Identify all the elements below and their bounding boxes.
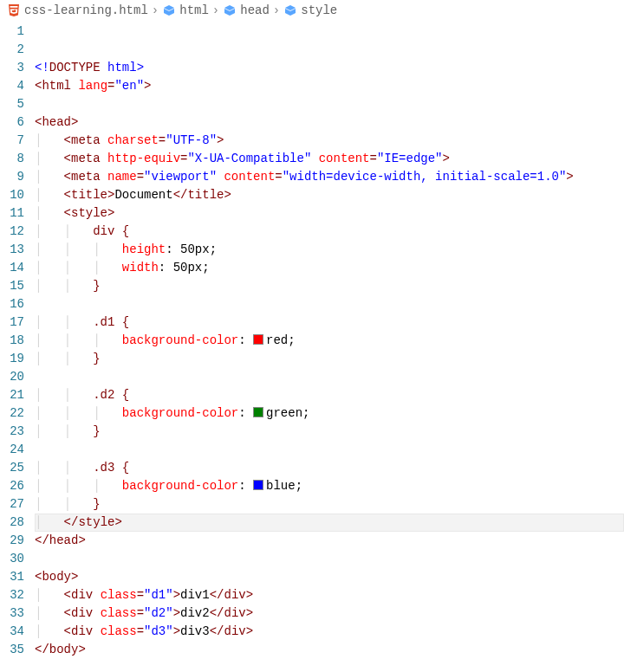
breadcrumb-style-label: style — [301, 3, 337, 17]
code-line[interactable]: <body> — [35, 568, 624, 586]
line-number: 35 — [0, 641, 24, 659]
code-line[interactable]: │ │ div { — [35, 223, 624, 241]
code-line[interactable]: │ │ │ background-color: red; — [35, 332, 624, 350]
code-line[interactable]: <!DOCTYPE html> — [35, 59, 624, 77]
line-number: 7 — [0, 132, 24, 150]
line-number: 9 — [0, 168, 24, 186]
code-line[interactable]: </body> — [35, 641, 624, 659]
line-number: 17 — [0, 313, 24, 332]
line-number: 3 — [0, 59, 24, 77]
line-number: 6 — [0, 113, 24, 132]
code-line[interactable]: │ <div class="d3">div3</div> — [35, 623, 624, 641]
line-number: 34 — [0, 623, 24, 641]
chevron-right-icon: › — [212, 3, 219, 17]
code-line[interactable]: │ │ } — [35, 423, 624, 441]
breadcrumb-file[interactable]: css-learning.html — [7, 3, 148, 17]
code-line[interactable] — [35, 295, 624, 313]
code-line[interactable]: │ </style> — [35, 514, 624, 532]
color-swatch[interactable] — [253, 407, 263, 417]
code-line[interactable]: │ │ │ width: 50px; — [35, 259, 624, 277]
line-number: 29 — [0, 532, 24, 550]
line-number: 1 — [0, 23, 24, 41]
symbol-field-icon — [162, 3, 176, 17]
breadcrumb-head-label: head — [240, 3, 270, 17]
line-number: 15 — [0, 277, 24, 295]
line-number: 16 — [0, 295, 24, 313]
code-line[interactable]: │ │ │ background-color: blue; — [35, 477, 624, 495]
code-line[interactable]: │ <meta http-equiv="X-UA-Compatible" con… — [35, 150, 624, 168]
breadcrumb[interactable]: css-learning.html › html › head › style — [0, 0, 624, 21]
line-number: 10 — [0, 186, 24, 204]
line-number: 24 — [0, 441, 24, 459]
code-line[interactable]: │ │ .d2 { — [35, 386, 624, 404]
code-line[interactable]: <html lang="en"> — [35, 77, 624, 95]
breadcrumb-head[interactable]: head — [223, 3, 270, 17]
code-line[interactable]: │ │ } — [35, 495, 624, 514]
line-number: 32 — [0, 586, 24, 604]
line-number: 18 — [0, 332, 24, 350]
cloud-icon — [494, 669, 576, 672]
line-number: 2 — [0, 41, 24, 59]
line-number: 19 — [0, 350, 24, 368]
code-line[interactable]: │ <title>Document</title> — [35, 186, 624, 204]
code-line[interactable]: │ │ .d1 { — [35, 313, 624, 332]
code-line[interactable]: │ │ .d3 { — [35, 459, 624, 477]
code-line[interactable]: </head> — [35, 532, 624, 550]
breadcrumb-style[interactable]: style — [283, 3, 337, 17]
chevron-right-icon: › — [152, 3, 159, 17]
color-swatch[interactable] — [253, 334, 263, 345]
line-number: 31 — [0, 568, 24, 586]
line-number: 33 — [0, 604, 24, 623]
watermark: CSDN 亿速云 — [462, 669, 615, 672]
breadcrumb-file-label: css-learning.html — [24, 3, 148, 17]
line-number: 27 — [0, 495, 24, 514]
color-swatch[interactable] — [253, 480, 263, 490]
line-number: 8 — [0, 150, 24, 168]
line-number: 5 — [0, 95, 24, 113]
code-line[interactable]: │ <style> — [35, 204, 624, 223]
line-number: 21 — [0, 386, 24, 404]
code-editor[interactable]: 1234567891011121314151617181920212223242… — [0, 21, 624, 672]
code-line[interactable]: │ │ } — [35, 350, 624, 368]
symbol-field-icon — [283, 3, 297, 17]
line-number: 11 — [0, 204, 24, 223]
code-line[interactable]: │ <meta charset="UTF-8"> — [35, 132, 624, 150]
symbol-field-icon — [223, 3, 237, 17]
line-number: 25 — [0, 459, 24, 477]
code-line[interactable]: │ │ │ background-color: green; — [35, 404, 624, 423]
code-line[interactable]: │ │ │ height: 50px; — [35, 241, 624, 259]
code-line[interactable] — [35, 441, 624, 459]
line-number: 28 — [0, 514, 24, 532]
line-number: 26 — [0, 477, 24, 495]
code-content[interactable]: <!DOCTYPE html><html lang="en"><head>│ <… — [35, 21, 624, 672]
line-number: 14 — [0, 259, 24, 277]
line-number: 30 — [0, 550, 24, 568]
html5-icon — [7, 3, 21, 17]
code-line[interactable] — [35, 368, 624, 386]
line-number: 23 — [0, 423, 24, 441]
line-number: 13 — [0, 241, 24, 259]
code-line[interactable]: │ <div class="d2">div2</div> — [35, 604, 624, 623]
code-line[interactable]: │ <meta name="viewport" content="width=d… — [35, 168, 624, 186]
chevron-right-icon: › — [273, 3, 280, 17]
breadcrumb-html[interactable]: html — [162, 3, 209, 17]
line-number: 12 — [0, 223, 24, 241]
code-line[interactable] — [35, 95, 624, 113]
line-number: 20 — [0, 368, 24, 386]
code-line[interactable]: │ <div class="d1">div1</div> — [35, 586, 624, 604]
line-number-gutter: 1234567891011121314151617181920212223242… — [0, 21, 35, 672]
line-number: 22 — [0, 404, 24, 423]
code-line[interactable] — [35, 550, 624, 568]
code-line[interactable]: <head> — [35, 113, 624, 132]
breadcrumb-html-label: html — [179, 3, 209, 17]
code-line[interactable]: │ │ } — [35, 277, 624, 295]
line-number: 4 — [0, 77, 24, 95]
